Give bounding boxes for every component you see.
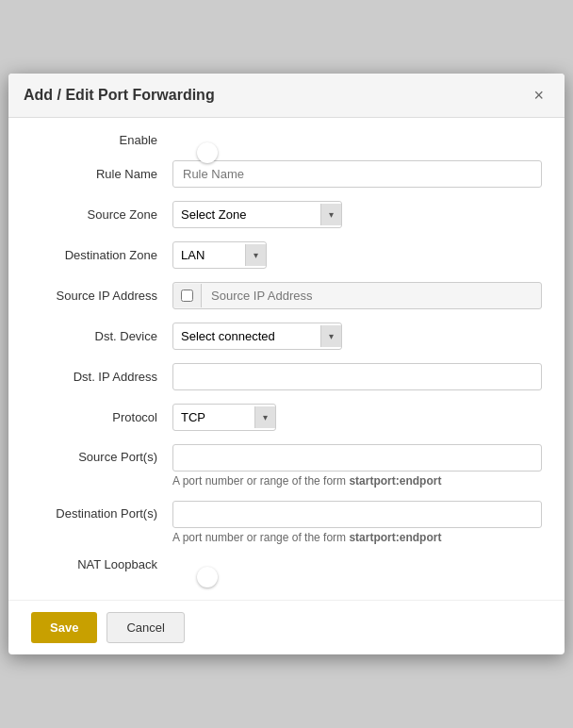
protocol-label: Protocol	[31, 410, 172, 424]
dst-device-control: Select connected ▾	[172, 323, 542, 350]
enable-row: Enable	[31, 133, 542, 147]
modal-container: Add / Edit Port Forwarding × Enable Rule…	[8, 74, 565, 654]
rule-name-row: Rule Name	[31, 160, 542, 188]
destination-ports-control: A port number or range of the form start…	[172, 501, 542, 544]
dst-ip-row: Dst. IP Address	[31, 363, 542, 390]
destination-ports-hint-strong: startport:endport	[349, 531, 441, 544]
source-ports-input[interactable]	[172, 444, 542, 472]
source-ip-control	[172, 282, 542, 309]
destination-zone-select-group: LAN ▾	[172, 241, 267, 269]
source-ports-hint: A port number or range of the form start…	[172, 474, 542, 488]
source-zone-arrow[interactable]: ▾	[320, 204, 341, 225]
source-ports-label: Source Port(s)	[31, 444, 172, 464]
destination-zone-control: LAN ▾	[172, 241, 542, 269]
source-ports-row: Source Port(s) A port number or range of…	[31, 444, 542, 488]
dst-ip-label: Dst. IP Address	[31, 370, 172, 384]
source-ports-control: A port number or range of the form start…	[172, 444, 542, 488]
source-ip-input[interactable]	[202, 283, 541, 308]
modal-title: Add / Edit Port Forwarding	[24, 87, 215, 104]
source-ip-label: Source IP Address	[31, 289, 172, 303]
protocol-row: Protocol TCP ▾	[31, 404, 542, 431]
chevron-down-icon: ▾	[254, 250, 258, 260]
nat-loopback-label: NAT Loopback	[31, 557, 172, 571]
cancel-button[interactable]: Cancel	[106, 612, 184, 643]
chevron-down-icon: ▾	[263, 412, 268, 422]
rule-name-label: Rule Name	[31, 167, 172, 181]
protocol-select[interactable]: TCP	[173, 405, 254, 430]
protocol-select-group: TCP ▾	[172, 404, 276, 431]
rule-name-control	[172, 160, 542, 188]
dst-device-label: Dst. Device	[31, 329, 172, 343]
modal-footer: Save Cancel	[8, 600, 565, 654]
destination-ports-row: Destination Port(s) A port number or ran…	[31, 501, 542, 544]
destination-ports-label: Destination Port(s)	[31, 501, 172, 521]
destination-ports-hint: A port number or range of the form start…	[172, 531, 542, 544]
source-ip-wrap	[172, 282, 542, 309]
destination-zone-select[interactable]: LAN	[173, 242, 245, 268]
dst-ip-control	[172, 363, 542, 390]
source-ports-hint-prefix: A port number or range of the form	[172, 474, 349, 488]
dst-device-select[interactable]: Select connected	[173, 323, 320, 349]
protocol-control: TCP ▾	[172, 404, 542, 431]
close-button[interactable]: ×	[528, 85, 549, 106]
destination-ports-hint-prefix: A port number or range of the form	[172, 531, 349, 544]
source-ip-checkbox[interactable]	[181, 290, 193, 302]
source-zone-control: Select Zone ▾	[172, 201, 542, 228]
source-zone-select-group: Select Zone ▾	[172, 201, 342, 228]
source-zone-row: Source Zone Select Zone ▾	[31, 201, 542, 228]
protocol-arrow[interactable]: ▾	[254, 406, 275, 428]
chevron-down-icon: ▾	[329, 209, 334, 220]
save-button[interactable]: Save	[31, 612, 97, 643]
source-zone-label: Source Zone	[31, 207, 172, 222]
nat-loopback-row: NAT Loopback	[31, 557, 542, 571]
chevron-down-icon: ▾	[329, 331, 334, 341]
destination-zone-arrow[interactable]: ▾	[245, 244, 266, 266]
modal-header: Add / Edit Port Forwarding ×	[8, 74, 565, 118]
dst-device-row: Dst. Device Select connected ▾	[31, 323, 542, 350]
rule-name-input[interactable]	[172, 160, 542, 188]
modal-body: Enable Rule Name Source Zone Select Zone	[8, 118, 565, 600]
destination-zone-label: Destination Zone	[31, 248, 172, 262]
source-zone-select[interactable]: Select Zone	[173, 202, 320, 227]
source-ip-checkbox-wrap	[173, 284, 202, 307]
destination-ports-input[interactable]	[172, 501, 542, 528]
source-ports-hint-strong: startport:endport	[349, 474, 441, 488]
source-ip-row: Source IP Address	[31, 282, 542, 309]
dst-device-select-group: Select connected ▾	[172, 323, 342, 350]
enable-label: Enable	[31, 133, 172, 147]
destination-zone-row: Destination Zone LAN ▾	[31, 241, 542, 269]
dst-ip-input[interactable]	[172, 363, 542, 390]
dst-device-arrow[interactable]: ▾	[320, 325, 341, 347]
